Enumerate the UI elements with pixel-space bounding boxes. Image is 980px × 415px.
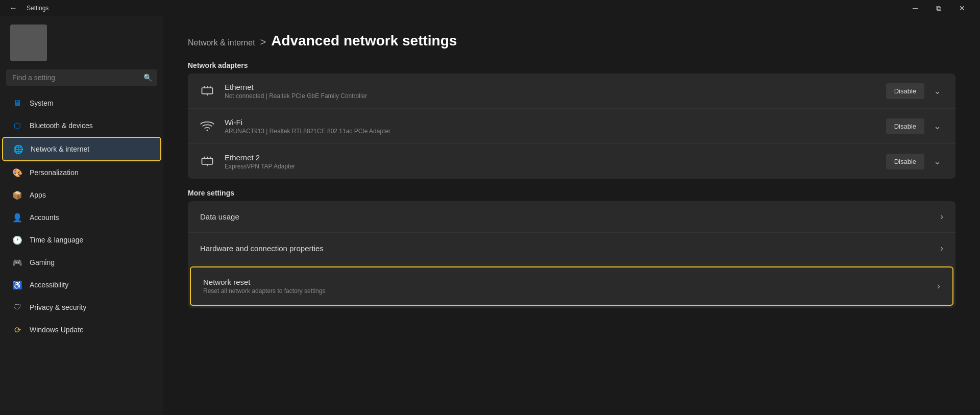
hardware-properties-row[interactable]: Hardware and connection properties › (188, 233, 955, 264)
sidebar-item-label: Windows Update (30, 326, 84, 334)
wifi-expand-button[interactable]: ⌄ (929, 118, 945, 134)
personalization-icon: 🎨 (12, 167, 22, 178)
ethernet2-icon (198, 152, 216, 170)
adapter-list: Ethernet Not connected | Realtek PCIe Gb… (188, 74, 955, 179)
wifi-disable-button[interactable]: Disable (886, 118, 924, 134)
sidebar-item-time[interactable]: 🕐 Time & language (2, 229, 161, 251)
sidebar-item-accounts[interactable]: 👤 Accounts (2, 206, 161, 229)
adapter-name-ethernet: Ethernet (225, 83, 878, 91)
search-icon: 🔍 (143, 74, 152, 82)
adapter-actions-ethernet: Disable ⌄ (886, 83, 945, 99)
adapter-actions-wifi: Disable ⌄ (886, 118, 945, 134)
network-reset-description: Reset all network adapters to factory se… (203, 287, 931, 295)
titlebar-title: Settings (27, 5, 48, 12)
adapter-actions-ethernet2: Disable ⌄ (886, 154, 945, 169)
gaming-icon: 🎮 (12, 257, 22, 267)
more-settings-list: Data usage › Hardware and connection pro… (188, 201, 955, 308)
hardware-properties-content: Hardware and connection properties (200, 244, 934, 253)
data-usage-chevron: › (940, 211, 943, 222)
ethernet-expand-button[interactable]: ⌄ (929, 83, 945, 99)
sidebar-item-network[interactable]: 🌐 Network & internet (2, 137, 161, 161)
back-button[interactable]: ← (6, 2, 20, 15)
adapter-info-wifi: Wi-Fi ARUNACT913 | Realtek RTL8821CE 802… (225, 118, 878, 135)
apps-icon: 📦 (12, 190, 22, 200)
page-title-row: Network & internet > Advanced network se… (188, 33, 955, 49)
avatar (10, 25, 47, 61)
network-icon: 🌐 (13, 144, 23, 154)
titlebar-left: ← Settings (6, 2, 48, 15)
sidebar-item-gaming[interactable]: 🎮 Gaming (2, 251, 161, 274)
hardware-properties-title: Hardware and connection properties (200, 244, 934, 253)
sidebar-item-system[interactable]: 🖥 System (2, 92, 161, 114)
sidebar: 🔍 🖥 System ⬡ Bluetooth & devices 🌐 Netwo… (0, 16, 163, 415)
bluetooth-icon: ⬡ (12, 120, 22, 131)
sidebar-item-label: Gaming (30, 258, 55, 266)
network-reset-content: Network reset Reset all network adapters… (203, 278, 931, 295)
search-input[interactable] (6, 69, 157, 86)
adapter-desc-ethernet: Not connected | Realtek PCIe GbE Family … (225, 92, 878, 100)
adapter-name-wifi: Wi-Fi (225, 118, 878, 127)
ethernet-icon (198, 82, 216, 100)
titlebar: ← Settings ─ ⧉ ✕ (0, 0, 980, 16)
more-settings-header: More settings (188, 189, 955, 197)
app-body: 🔍 🖥 System ⬡ Bluetooth & devices 🌐 Netwo… (0, 16, 980, 415)
windows-update-icon: ⟳ (12, 325, 22, 335)
time-icon: 🕐 (12, 235, 22, 245)
breadcrumb-parent: Network & internet (188, 38, 255, 47)
ethernet-disable-button[interactable]: Disable (886, 83, 924, 99)
adapter-info-ethernet: Ethernet Not connected | Realtek PCIe Gb… (225, 83, 878, 100)
sidebar-item-apps[interactable]: 📦 Apps (2, 184, 161, 206)
network-reset-row[interactable]: Network reset Reset all network adapters… (190, 266, 953, 306)
sidebar-item-personalization[interactable]: 🎨 Personalization (2, 161, 161, 184)
adapter-desc-wifi: ARUNACT913 | Realtek RTL8821CE 802.11ac … (225, 128, 878, 135)
svg-point-5 (207, 130, 208, 131)
ethernet2-disable-button[interactable]: Disable (886, 154, 924, 169)
adapter-row-wifi: Wi-Fi ARUNACT913 | Realtek RTL8821CE 802… (188, 109, 955, 144)
sidebar-item-windows-update[interactable]: ⟳ Windows Update (2, 319, 161, 341)
adapters-section-header: Network adapters (188, 61, 955, 69)
network-reset-title: Network reset (203, 278, 931, 286)
svg-rect-0 (202, 88, 213, 94)
breadcrumb-separator: > (260, 36, 266, 48)
sidebar-item-label: Apps (30, 191, 46, 199)
wifi-icon (198, 117, 216, 135)
network-reset-chevron: › (937, 281, 940, 291)
adapter-name-ethernet2: Ethernet 2 (225, 153, 878, 162)
svg-rect-6 (202, 158, 213, 164)
privacy-icon: 🛡 (12, 302, 22, 312)
adapter-row-ethernet2: Ethernet 2 ExpressVPN TAP Adapter Disabl… (188, 144, 955, 179)
accounts-icon: 👤 (12, 212, 22, 223)
ethernet2-expand-button[interactable]: ⌄ (929, 154, 945, 169)
sidebar-item-label: Privacy & security (30, 303, 86, 311)
sidebar-item-label: Time & language (30, 236, 83, 244)
restore-button[interactable]: ⧉ (927, 0, 950, 16)
page-title: Advanced network settings (271, 33, 457, 49)
sidebar-item-label: Bluetooth & devices (30, 121, 93, 130)
hardware-properties-chevron: › (940, 243, 943, 254)
titlebar-controls: ─ ⧉ ✕ (903, 0, 974, 16)
system-icon: 🖥 (12, 98, 22, 108)
accessibility-icon: ♿ (12, 280, 22, 290)
sidebar-item-label: Accessibility (30, 281, 68, 289)
data-usage-content: Data usage (200, 212, 934, 221)
minimize-button[interactable]: ─ (903, 0, 927, 16)
sidebar-item-privacy[interactable]: 🛡 Privacy & security (2, 296, 161, 319)
adapter-row-ethernet: Ethernet Not connected | Realtek PCIe Gb… (188, 74, 955, 109)
content-area: Network & internet > Advanced network se… (163, 16, 980, 415)
adapter-info-ethernet2: Ethernet 2 ExpressVPN TAP Adapter (225, 153, 878, 170)
sidebar-item-label: System (30, 99, 54, 107)
sidebar-item-label: Accounts (30, 213, 59, 222)
sidebar-item-label: Personalization (30, 168, 79, 177)
sidebar-item-accessibility[interactable]: ♿ Accessibility (2, 274, 161, 296)
sidebar-item-bluetooth[interactable]: ⬡ Bluetooth & devices (2, 114, 161, 137)
data-usage-title: Data usage (200, 212, 934, 221)
sidebar-item-label: Network & internet (31, 145, 89, 153)
adapter-desc-ethernet2: ExpressVPN TAP Adapter (225, 163, 878, 170)
close-button[interactable]: ✕ (950, 0, 974, 16)
data-usage-row[interactable]: Data usage › (188, 201, 955, 233)
search-box: 🔍 (6, 69, 157, 86)
